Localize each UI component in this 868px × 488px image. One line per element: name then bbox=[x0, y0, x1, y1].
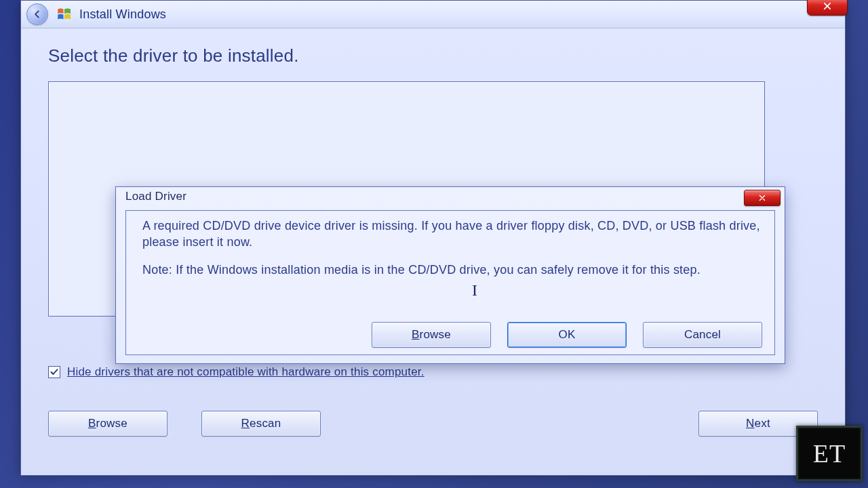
load-driver-dialog: Load Driver A required CD/DVD drive devi… bbox=[115, 186, 785, 364]
text-cursor-icon: I bbox=[472, 281, 477, 300]
back-button[interactable] bbox=[26, 3, 48, 25]
close-icon bbox=[823, 1, 832, 11]
load-driver-ok-button[interactable]: OK bbox=[507, 322, 627, 348]
close-button[interactable] bbox=[807, 0, 848, 16]
load-driver-close-button[interactable] bbox=[744, 190, 781, 206]
windows-logo-icon bbox=[56, 6, 73, 22]
watermark-text: ET bbox=[813, 439, 846, 468]
load-driver-msg2: Note: If the Windows installation media … bbox=[142, 262, 762, 278]
load-driver-titlebar: Load Driver bbox=[116, 187, 785, 210]
load-driver-title: Load Driver bbox=[125, 190, 186, 203]
rescan-button[interactable]: Rescan bbox=[201, 411, 321, 436]
load-driver-message: A required CD/DVD drive device driver is… bbox=[126, 211, 774, 278]
titlebar: Install Windows bbox=[21, 1, 845, 28]
load-driver-inner: A required CD/DVD drive device driver is… bbox=[125, 210, 775, 355]
load-driver-button-row: Browse OK Cancel bbox=[372, 322, 762, 348]
load-driver-browse-button[interactable]: Browse bbox=[372, 322, 491, 348]
watermark-logo: ET bbox=[796, 426, 863, 481]
close-icon bbox=[758, 194, 766, 202]
arrow-left-icon bbox=[33, 9, 42, 19]
hide-drivers-checkbox[interactable] bbox=[48, 366, 60, 378]
browse-button[interactable]: Browse bbox=[48, 411, 167, 436]
hide-drivers-label[interactable]: Hide drivers that are not compatible wit… bbox=[67, 365, 425, 379]
window-title: Install Windows bbox=[79, 7, 166, 22]
load-driver-msg1: A required CD/DVD drive device driver is… bbox=[142, 218, 762, 251]
load-driver-cancel-button[interactable]: Cancel bbox=[643, 322, 762, 348]
hide-drivers-row: Hide drivers that are not compatible wit… bbox=[48, 365, 425, 379]
page-heading: Select the driver to be installed. bbox=[48, 45, 818, 66]
check-icon bbox=[50, 368, 58, 376]
wizard-button-row: Browse Rescan Next bbox=[48, 411, 818, 436]
